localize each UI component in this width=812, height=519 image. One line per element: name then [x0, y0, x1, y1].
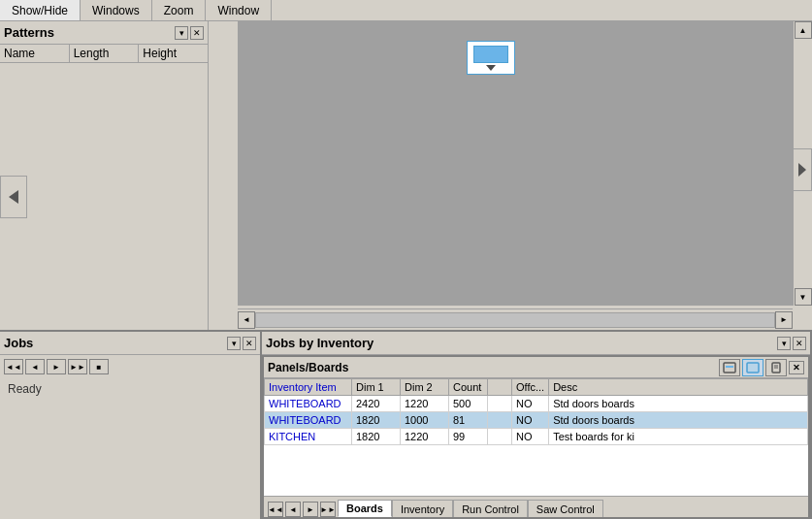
- bottom-section: Jobs ▾ ✕ ◄◄ ◄ ► ►► ■ Ready Jobs by Inven…: [0, 330, 812, 519]
- tab-saw-control[interactable]: Saw Control: [528, 500, 603, 517]
- panels-boards-window: Panels/Boards ✕: [262, 355, 810, 519]
- scroll-right-panel-btn[interactable]: [793, 148, 812, 191]
- board-icon-inner: [473, 46, 508, 63]
- data-table-container: Inventory Item Dim 1 Dim 2 Count Offc...…: [264, 378, 808, 496]
- jobs-controls: ▾ ✕: [227, 337, 256, 350]
- cell-item: KITCHEN: [265, 429, 352, 445]
- canvas-viewport: [238, 21, 793, 306]
- svg-rect-4: [747, 363, 759, 373]
- table-row[interactable]: WHITEBOARD 2420 1220 500 NO Std doors bo…: [265, 396, 808, 412]
- scroll-left-btn[interactable]: [0, 176, 27, 218]
- col-header-offc: Offc...: [512, 379, 549, 396]
- jobs-dropdown-btn[interactable]: ▾: [227, 337, 241, 350]
- col-header-desc: Desc: [549, 379, 808, 396]
- patterns-controls: ▾ ✕: [175, 26, 204, 40]
- bottom-tabs: ◄◄ ◄ ► ►► Boards Inventory Run Control S…: [264, 496, 808, 517]
- canvas-area: ▲ ▼ ◄ ►: [209, 21, 812, 330]
- cell-offc: NO: [512, 396, 549, 412]
- jobs-inventory-header: Jobs by Inventory ▾ ✕: [262, 332, 810, 355]
- panels-icon-1[interactable]: [719, 359, 740, 376]
- cell-misc: [488, 396, 512, 412]
- cell-count: 500: [449, 396, 488, 412]
- jobs-inventory-close-btn[interactable]: ✕: [793, 337, 806, 350]
- tab-nav-last[interactable]: ►►: [320, 502, 336, 517]
- cell-dim1: 1820: [352, 429, 401, 445]
- cell-dim1: 2420: [352, 396, 401, 412]
- jobs-nav-first[interactable]: ◄◄: [4, 359, 23, 374]
- svg-marker-1: [798, 163, 806, 177]
- svg-marker-0: [9, 190, 18, 204]
- col-height: Height: [139, 45, 208, 62]
- zoom-menu[interactable]: Zoom: [152, 0, 207, 20]
- main-area: Patterns ▾ ✕ Name Length Height: [0, 21, 812, 330]
- patterns-dropdown-btn[interactable]: ▾: [175, 26, 188, 40]
- scroll-up-btn[interactable]: ▲: [795, 21, 812, 39]
- cell-misc: [488, 429, 512, 445]
- jobs-panel: Jobs ▾ ✕ ◄◄ ◄ ► ►► ■ Ready: [0, 332, 262, 519]
- jobs-close-btn[interactable]: ✕: [243, 337, 256, 350]
- cell-item: WHITEBOARD: [265, 396, 352, 412]
- jobs-nav-prev[interactable]: ◄: [25, 359, 45, 374]
- jobs-nav-next[interactable]: ►: [47, 359, 66, 374]
- scroll-left-h-btn[interactable]: ◄: [238, 311, 255, 329]
- jobs-nav-last[interactable]: ►►: [68, 359, 87, 374]
- tab-nav-next[interactable]: ►: [303, 502, 318, 517]
- show-hide-menu[interactable]: Show/Hide: [0, 0, 81, 20]
- tab-inventory[interactable]: Inventory: [392, 500, 453, 517]
- panels-boards-controls: ✕: [719, 359, 804, 376]
- patterns-title: Patterns: [4, 25, 54, 40]
- cell-item: WHITEBOARD: [265, 412, 352, 429]
- panels-icon-2[interactable]: [742, 359, 763, 376]
- jobs-header: Jobs ▾ ✕: [0, 332, 260, 355]
- panels-boards-close-btn[interactable]: ✕: [789, 361, 804, 374]
- svg-rect-3: [726, 366, 733, 368]
- scroll-right-h-btn[interactable]: ►: [775, 311, 793, 329]
- cell-offc: NO: [512, 429, 549, 445]
- tab-nav-prev[interactable]: ◄: [285, 502, 301, 517]
- window-menu[interactable]: Window: [206, 0, 272, 20]
- col-header-dim2: Dim 2: [401, 379, 449, 396]
- patterns-header: Patterns ▾ ✕: [0, 21, 208, 45]
- jobs-inventory-panel: Jobs by Inventory ▾ ✕ Panels/Boards: [262, 332, 812, 519]
- jobs-inventory-title: Jobs by Inventory: [266, 336, 374, 350]
- col-header-item: Inventory Item: [265, 379, 352, 396]
- col-length: Length: [70, 45, 140, 62]
- panels-boards-title: Panels/Boards: [268, 361, 348, 374]
- patterns-table-header: Name Length Height: [0, 45, 208, 63]
- jobs-nav-stop[interactable]: ■: [89, 359, 109, 374]
- cell-desc: Test boards for ki: [549, 429, 808, 445]
- jobs-inventory-dropdown-btn[interactable]: ▾: [777, 337, 791, 350]
- bottom-scrollbar: ◄ ►: [238, 308, 793, 330]
- cell-misc: [488, 412, 512, 429]
- scroll-down-btn[interactable]: ▼: [795, 288, 812, 306]
- col-name: Name: [0, 45, 70, 62]
- table-row[interactable]: KITCHEN 1820 1220 99 NO Test boards for …: [265, 429, 808, 445]
- cell-desc: Std doors boards: [549, 412, 808, 429]
- table-row[interactable]: WHITEBOARD 1820 1000 81 NO Std doors boa…: [265, 412, 808, 429]
- cell-desc: Std doors boards: [549, 396, 808, 412]
- jobs-title: Jobs: [4, 336, 33, 350]
- jobs-nav: ◄◄ ◄ ► ►► ■: [0, 355, 260, 378]
- cell-count: 81: [449, 412, 488, 429]
- tab-boards[interactable]: Boards: [338, 500, 392, 517]
- cell-count: 99: [449, 429, 488, 445]
- cell-offc: NO: [512, 412, 549, 429]
- col-header-misc: [488, 379, 512, 396]
- board-icon-arrow: [486, 65, 496, 71]
- patterns-panel: Patterns ▾ ✕ Name Length Height: [0, 21, 209, 330]
- jobs-status: Ready: [0, 378, 260, 400]
- top-toolbar: Show/Hide Windows Zoom Window: [0, 0, 812, 21]
- jobs-inventory-controls: ▾ ✕: [777, 337, 806, 350]
- board-icon: [467, 41, 515, 75]
- windows-menu[interactable]: Windows: [81, 0, 152, 20]
- col-header-dim1: Dim 1: [352, 379, 401, 396]
- cell-dim2: 1220: [401, 396, 449, 412]
- cell-dim1: 1820: [352, 412, 401, 429]
- col-header-count: Count: [449, 379, 488, 396]
- tab-run-control[interactable]: Run Control: [453, 500, 528, 517]
- patterns-close-btn[interactable]: ✕: [190, 26, 204, 40]
- scroll-track-h: [255, 312, 775, 328]
- cell-dim2: 1220: [401, 429, 449, 445]
- tab-nav-first[interactable]: ◄◄: [268, 502, 283, 517]
- panels-icon-3[interactable]: [765, 359, 787, 376]
